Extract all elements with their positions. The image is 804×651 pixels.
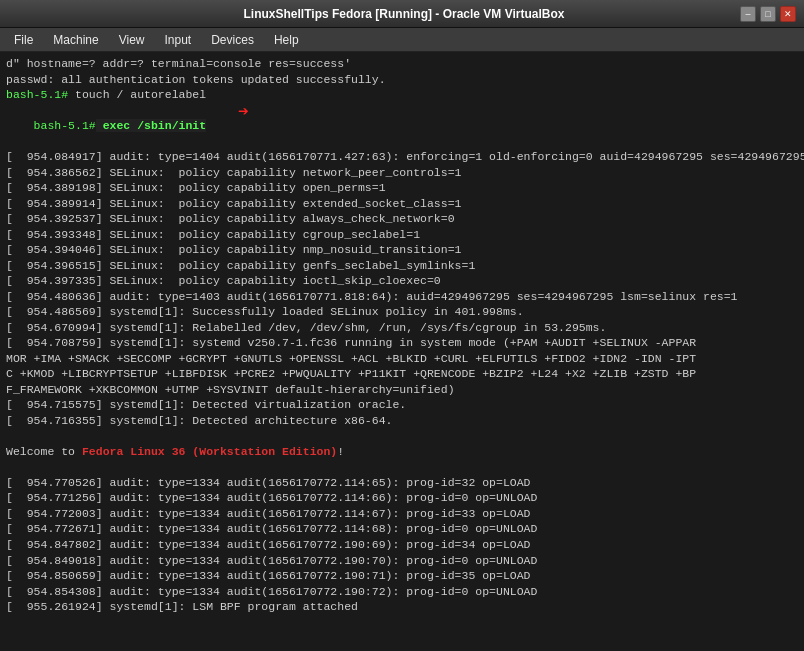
terminal-line: [ 954.854308] audit: type=1334 audit(165… (6, 584, 798, 600)
terminal-line: [ 954.715575] systemd[1]: Detected virtu… (6, 397, 798, 413)
terminal-line: [ 954.480636] audit: type=1403 audit(165… (6, 289, 798, 305)
terminal-welcome: Welcome to Fedora Linux 36 (Workstation … (6, 444, 798, 460)
prompt: bash-5.1# (34, 119, 96, 132)
terminal-line: [ 954.670994] systemd[1]: Relabelled /de… (6, 320, 798, 336)
menu-machine[interactable]: Machine (43, 30, 108, 50)
title-bar: LinuxShellTips Fedora [Running] - Oracle… (0, 0, 804, 28)
terminal-line: [ 955.261924] systemd[1]: LSM BPF progra… (6, 599, 798, 615)
terminal-line: [ 954.394046] SELinux: policy capability… (6, 242, 798, 258)
window-title: LinuxShellTips Fedora [Running] - Oracle… (68, 7, 740, 21)
terminal-line: bash-5.1# touch / autorelabel (6, 87, 798, 103)
terminal-line: [ 954.772003] audit: type=1334 audit(165… (6, 506, 798, 522)
terminal-line: [ 954.770526] audit: type=1334 audit(165… (6, 475, 798, 491)
terminal-line: C +KMOD +LIBCRYPTSETUP +LIBFDISK +PCRE2 … (6, 366, 798, 382)
terminal-line-exec: bash-5.1# exec /sbin/init➔ (6, 103, 798, 150)
terminal-blank (6, 459, 798, 475)
terminal-line: d" hostname=? addr=? terminal=console re… (6, 56, 798, 72)
terminal-blank (6, 428, 798, 444)
terminal-line: [ 954.847802] audit: type=1334 audit(165… (6, 537, 798, 553)
menu-devices[interactable]: Devices (201, 30, 264, 50)
terminal-line: [ 954.771256] audit: type=1334 audit(165… (6, 490, 798, 506)
terminal-line: MOR +IMA +SMACK +SECCOMP +GCRYPT +GNUTLS… (6, 351, 798, 367)
window-controls[interactable]: – □ ✕ (740, 6, 796, 22)
terminal-line: passwd: all authentication tokens update… (6, 72, 798, 88)
terminal-line: [ 954.396515] SELinux: policy capability… (6, 258, 798, 274)
terminal-line: [ 954.849018] audit: type=1334 audit(165… (6, 553, 798, 569)
menu-help[interactable]: Help (264, 30, 309, 50)
terminal-line: F_FRAMEWORK +XKBCOMMON +UTMP +SYSVINIT d… (6, 382, 798, 398)
terminal-line: [ 954.397335] SELinux: policy capability… (6, 273, 798, 289)
terminal-line: [ 954.386562] SELinux: policy capability… (6, 165, 798, 181)
menu-input[interactable]: Input (155, 30, 202, 50)
menu-view[interactable]: View (109, 30, 155, 50)
terminal-output[interactable]: d" hostname=? addr=? terminal=console re… (0, 52, 804, 651)
close-button[interactable]: ✕ (780, 6, 796, 22)
terminal-line: [ 954.708759] systemd[1]: systemd v250.7… (6, 335, 798, 351)
terminal-line: [ 954.716355] systemd[1]: Detected archi… (6, 413, 798, 429)
terminal-line: [ 954.486569] systemd[1]: Successfully l… (6, 304, 798, 320)
menu-file[interactable]: File (4, 30, 43, 50)
terminal-line: [ 954.392537] SELinux: policy capability… (6, 211, 798, 227)
maximize-button[interactable]: □ (760, 6, 776, 22)
menu-bar: File Machine View Input Devices Help (0, 28, 804, 52)
terminal-line: [ 954.389914] SELinux: policy capability… (6, 196, 798, 212)
terminal-line: [ 954.772671] audit: type=1334 audit(165… (6, 521, 798, 537)
terminal-line: [ 954.850659] audit: type=1334 audit(165… (6, 568, 798, 584)
terminal-line: [ 954.393348] SELinux: policy capability… (6, 227, 798, 243)
terminal-line: [ 954.084917] audit: type=1404 audit(165… (6, 149, 798, 165)
terminal-line: [ 954.389198] SELinux: policy capability… (6, 180, 798, 196)
minimize-button[interactable]: – (740, 6, 756, 22)
